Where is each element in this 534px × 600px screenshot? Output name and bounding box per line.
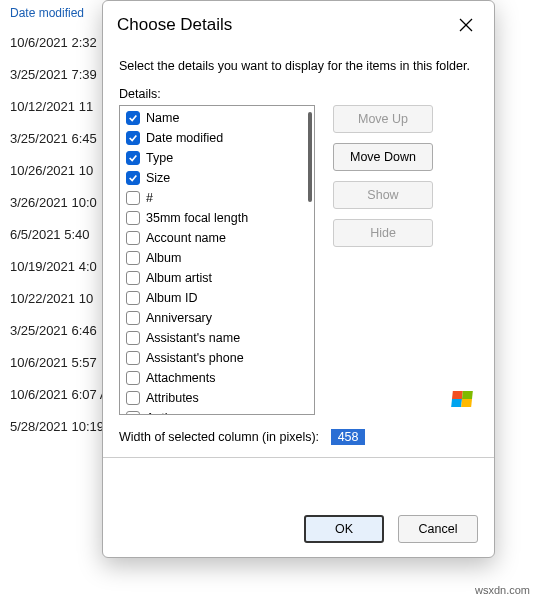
list-item-label: Album: [146, 249, 181, 267]
width-label: Width of selected column (in pixels):: [119, 430, 319, 444]
windows-flag-icon: [451, 391, 473, 407]
list-item[interactable]: Album artist: [120, 268, 314, 288]
checkbox[interactable]: [126, 391, 140, 405]
list-item-label: Anniversary: [146, 309, 212, 327]
list-item-label: Album ID: [146, 289, 197, 307]
checkbox[interactable]: [126, 111, 140, 125]
list-item[interactable]: Album ID: [120, 288, 314, 308]
list-item-label: Assistant's name: [146, 329, 240, 347]
list-item[interactable]: Date modified: [120, 128, 314, 148]
details-list[interactable]: NameDate modifiedTypeSize#35mm focal len…: [119, 105, 315, 415]
list-item[interactable]: #: [120, 188, 314, 208]
watermark: wsxdn.com: [475, 584, 530, 596]
checkbox[interactable]: [126, 351, 140, 365]
checkbox[interactable]: [126, 271, 140, 285]
close-icon[interactable]: [452, 11, 480, 39]
checkbox[interactable]: [126, 251, 140, 265]
list-item-label: #: [146, 189, 153, 207]
list-item[interactable]: Size: [120, 168, 314, 188]
list-item[interactable]: 35mm focal length: [120, 208, 314, 228]
list-item-label: Name: [146, 109, 179, 127]
show-button[interactable]: Show: [333, 181, 433, 209]
list-item-label: Account name: [146, 229, 226, 247]
move-down-button[interactable]: Move Down: [333, 143, 433, 171]
list-item[interactable]: Account name: [120, 228, 314, 248]
list-item-label: Date modified: [146, 129, 223, 147]
list-item-label: Attachments: [146, 369, 215, 387]
list-item-label: Assistant's phone: [146, 349, 244, 367]
list-item-label: Authors: [146, 409, 189, 415]
choose-details-dialog: Choose Details Select the details you wa…: [102, 0, 495, 558]
list-item[interactable]: Name: [120, 108, 314, 128]
list-item-label: Type: [146, 149, 173, 167]
list-item-label: Size: [146, 169, 170, 187]
checkbox[interactable]: [126, 191, 140, 205]
checkbox[interactable]: [126, 211, 140, 225]
details-label: Details:: [119, 87, 478, 101]
list-item[interactable]: Authors: [120, 408, 314, 415]
checkbox[interactable]: [126, 131, 140, 145]
ok-button[interactable]: OK: [304, 515, 384, 543]
checkbox[interactable]: [126, 291, 140, 305]
checkbox[interactable]: [126, 371, 140, 385]
dialog-instruction: Select the details you want to display f…: [119, 59, 478, 73]
width-input[interactable]: [331, 429, 365, 445]
cancel-button[interactable]: Cancel: [398, 515, 478, 543]
scrollbar-thumb[interactable]: [308, 112, 312, 202]
list-item-label: Attributes: [146, 389, 199, 407]
list-item[interactable]: Anniversary: [120, 308, 314, 328]
list-item-label: 35mm focal length: [146, 209, 248, 227]
checkbox[interactable]: [126, 231, 140, 245]
move-up-button[interactable]: Move Up: [333, 105, 433, 133]
dialog-title: Choose Details: [117, 15, 232, 35]
list-item-label: Album artist: [146, 269, 212, 287]
divider: [103, 457, 494, 458]
checkbox[interactable]: [126, 171, 140, 185]
checkbox[interactable]: [126, 151, 140, 165]
list-item[interactable]: Attachments: [120, 368, 314, 388]
list-item[interactable]: Attributes: [120, 388, 314, 408]
list-item[interactable]: Assistant's name: [120, 328, 314, 348]
list-item[interactable]: Assistant's phone: [120, 348, 314, 368]
hide-button[interactable]: Hide: [333, 219, 433, 247]
checkbox[interactable]: [126, 331, 140, 345]
list-item[interactable]: Type: [120, 148, 314, 168]
checkbox[interactable]: [126, 411, 140, 415]
checkbox[interactable]: [126, 311, 140, 325]
list-item[interactable]: Album: [120, 248, 314, 268]
